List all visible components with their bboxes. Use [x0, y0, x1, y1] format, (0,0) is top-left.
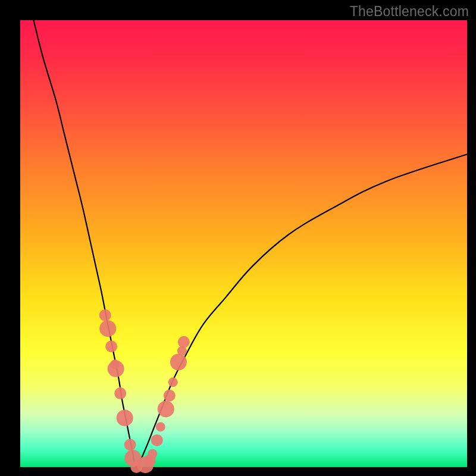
data-marker: [108, 361, 124, 377]
data-marker: [170, 354, 187, 371]
data-marker: [151, 434, 163, 446]
data-marker: [99, 320, 116, 337]
data-marker: [158, 400, 174, 417]
data-marker: [114, 387, 126, 399]
watermark-text: TheBottleneck.com: [350, 4, 469, 20]
data-marker: [124, 439, 136, 451]
marker-group: [99, 309, 190, 474]
data-marker: [105, 340, 117, 352]
chart-frame: TheBottleneck.com: [0, 0, 476, 476]
data-marker: [117, 409, 133, 426]
plot-area: [20, 20, 467, 467]
data-marker: [156, 422, 165, 431]
curve-svg: [20, 20, 467, 467]
bottleneck-curve: [34, 20, 468, 467]
data-marker: [178, 336, 190, 348]
data-marker: [148, 449, 157, 459]
data-marker: [164, 390, 176, 402]
data-marker: [99, 309, 111, 321]
data-marker: [168, 377, 178, 387]
